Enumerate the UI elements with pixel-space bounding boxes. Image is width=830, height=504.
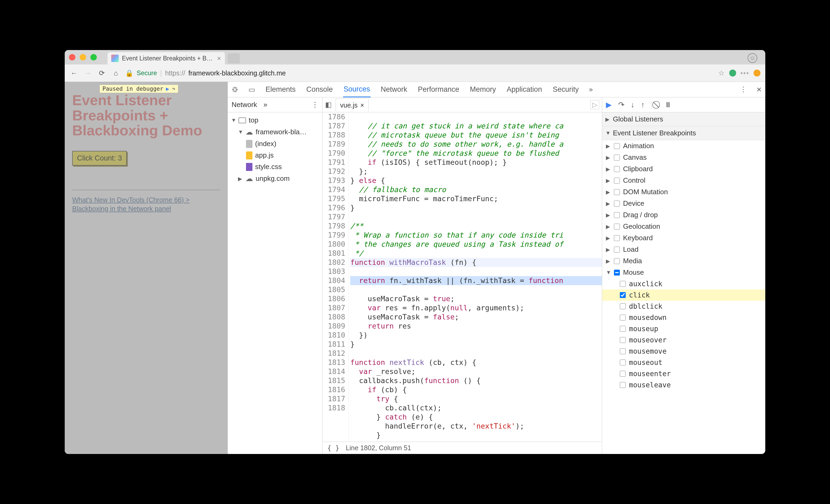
- extension-green-icon[interactable]: [729, 69, 736, 76]
- tree-file-appjs[interactable]: app.js: [230, 150, 320, 161]
- extension-menu-icon[interactable]: •••: [740, 69, 749, 77]
- new-tab-button[interactable]: [228, 53, 240, 63]
- bp-checkbox[interactable]: [614, 258, 620, 264]
- tabs-overflow-button[interactable]: »: [589, 85, 593, 94]
- resume-button[interactable]: ▶: [606, 100, 612, 109]
- bp-checkbox[interactable]: [614, 270, 620, 276]
- bp-checkbox[interactable]: [620, 348, 626, 354]
- device-mode-button[interactable]: ▭: [248, 85, 255, 94]
- tab-console[interactable]: Console: [306, 82, 333, 97]
- minimize-window-button[interactable]: [80, 54, 86, 60]
- code-editor[interactable]: 1786178717881789179017911792179317941795…: [322, 113, 602, 442]
- expand-icon[interactable]: ▼: [605, 130, 610, 136]
- tree-file-index[interactable]: (index): [230, 138, 320, 150]
- bp-checkbox[interactable]: [620, 315, 626, 320]
- bp-category-animation[interactable]: ▶Animation: [602, 140, 765, 152]
- bp-checkbox[interactable]: [614, 166, 620, 172]
- expand-icon[interactable]: ▼: [231, 117, 236, 123]
- bp-checkbox[interactable]: [620, 303, 626, 309]
- bp-event-mouseout[interactable]: mouseout: [602, 357, 765, 368]
- bp-event-mouseenter[interactable]: mouseenter: [602, 368, 765, 379]
- address-bar[interactable]: 🔒 Secure | https://framework-blackboxing…: [125, 69, 713, 77]
- inspect-element-button[interactable]: ⯐: [231, 85, 239, 94]
- bp-category-mouse[interactable]: ▼Mouse: [602, 267, 765, 278]
- bp-checkbox[interactable]: [614, 178, 620, 184]
- tab-close-button[interactable]: ×: [217, 54, 221, 63]
- bp-checkbox[interactable]: [620, 359, 626, 366]
- bp-category-media[interactable]: ▶Media: [602, 255, 765, 267]
- event-listener-breakpoints-section[interactable]: ▼ Event Listener Breakpoints: [602, 126, 765, 140]
- bp-event-mouseup[interactable]: mouseup: [602, 323, 765, 335]
- bp-event-click[interactable]: click: [602, 289, 765, 301]
- tree-file-stylecss[interactable]: style.css: [230, 161, 320, 172]
- tab-application[interactable]: Application: [506, 82, 543, 97]
- file-tab-close-button[interactable]: ×: [360, 101, 364, 109]
- back-button[interactable]: ←: [69, 69, 78, 77]
- bp-checkbox[interactable]: [620, 337, 626, 343]
- resume-mini-button[interactable]: ▶: [166, 86, 169, 92]
- tab-elements[interactable]: Elements: [265, 82, 296, 97]
- tab-performance[interactable]: Performance: [417, 82, 460, 97]
- tree-top[interactable]: ▼ top: [230, 115, 320, 126]
- expand-icon[interactable]: ▼: [238, 129, 243, 135]
- bp-category-dom-mutation[interactable]: ▶DOM Mutation: [602, 186, 765, 198]
- expand-icon[interactable]: ▶: [238, 176, 243, 182]
- bp-checkbox[interactable]: [620, 371, 626, 377]
- file-tab-vuejs[interactable]: vue.js ×: [336, 98, 369, 111]
- maximize-window-button[interactable]: [90, 54, 97, 60]
- bp-event-mousemove[interactable]: mousemove: [602, 346, 765, 357]
- tree-host[interactable]: ▼ ☁ framework-bla…: [230, 126, 320, 138]
- bp-checkbox[interactable]: [614, 247, 620, 253]
- home-button[interactable]: ⌂: [111, 69, 120, 77]
- bookmark-button[interactable]: ☆: [718, 69, 724, 77]
- extension-orange-icon[interactable]: [754, 69, 761, 76]
- bp-checkbox[interactable]: [614, 212, 620, 218]
- navigator-overflow-button[interactable]: »: [263, 101, 267, 109]
- step-out-button[interactable]: ↑: [641, 101, 645, 109]
- bp-checkbox[interactable]: [620, 382, 626, 388]
- bp-category-drag-drop[interactable]: ▶Drag / drop: [602, 209, 765, 221]
- bp-category-keyboard[interactable]: ▶Keyboard: [602, 232, 765, 244]
- bp-event-mousedown[interactable]: mousedown: [602, 312, 765, 323]
- tab-memory[interactable]: Memory: [469, 82, 497, 97]
- bp-event-mouseover[interactable]: mouseover: [602, 335, 765, 346]
- click-count-button[interactable]: Click Count: 3: [72, 151, 127, 166]
- bp-checkbox[interactable]: [614, 143, 620, 149]
- tree-unpkg[interactable]: ▶ ☁ unpkg.com: [230, 172, 320, 185]
- tab-security[interactable]: Security: [552, 82, 579, 97]
- pause-on-exceptions-button[interactable]: ⏸: [664, 100, 672, 109]
- step-into-button[interactable]: ↓: [631, 101, 635, 109]
- bp-category-canvas[interactable]: ▶Canvas: [602, 152, 765, 163]
- pretty-print-button[interactable]: { }: [327, 444, 339, 452]
- bp-checkbox[interactable]: [614, 201, 620, 207]
- expand-icon[interactable]: ▶: [605, 116, 610, 123]
- tab-network[interactable]: Network: [380, 82, 408, 97]
- bp-checkbox[interactable]: [620, 281, 626, 287]
- bp-checkbox[interactable]: [614, 224, 620, 229]
- bp-category-geolocation[interactable]: ▶Geolocation: [602, 221, 765, 232]
- tab-sources[interactable]: Sources: [343, 82, 371, 97]
- bp-category-device[interactable]: ▶Device: [602, 198, 765, 209]
- bp-checkbox[interactable]: [620, 326, 626, 332]
- bp-category-load[interactable]: ▶Load: [602, 244, 765, 255]
- whats-new-link[interactable]: What's New In DevTools (Chrome 66) > Bla…: [72, 195, 220, 213]
- close-window-button[interactable]: [69, 54, 75, 60]
- bp-category-control[interactable]: ▶Control: [602, 175, 765, 186]
- profile-avatar[interactable]: ☺: [748, 53, 757, 63]
- navigator-network-tab[interactable]: Network: [231, 101, 257, 109]
- bp-checkbox[interactable]: [614, 155, 620, 160]
- devtools-menu-button[interactable]: ⋮: [740, 85, 747, 94]
- bp-event-dblclick[interactable]: dblclick: [602, 301, 765, 312]
- bp-checkbox[interactable]: [614, 189, 620, 195]
- bp-event-auxclick[interactable]: auxclick: [602, 278, 765, 289]
- bp-category-clipboard[interactable]: ▶Clipboard: [602, 163, 765, 175]
- bp-checkbox[interactable]: [614, 235, 620, 241]
- toggle-navigator-button[interactable]: ◧: [325, 101, 332, 109]
- history-forward-button[interactable]: ▷: [590, 100, 599, 109]
- reload-button[interactable]: ⟳: [97, 69, 106, 77]
- devtools-close-button[interactable]: ×: [757, 85, 762, 94]
- step-over-button[interactable]: ↷: [618, 100, 625, 109]
- bp-event-mouseleave[interactable]: mouseleave: [602, 379, 765, 390]
- browser-tab[interactable]: Event Listener Breakpoints + B… ×: [107, 52, 225, 64]
- bp-checkbox[interactable]: [620, 292, 626, 298]
